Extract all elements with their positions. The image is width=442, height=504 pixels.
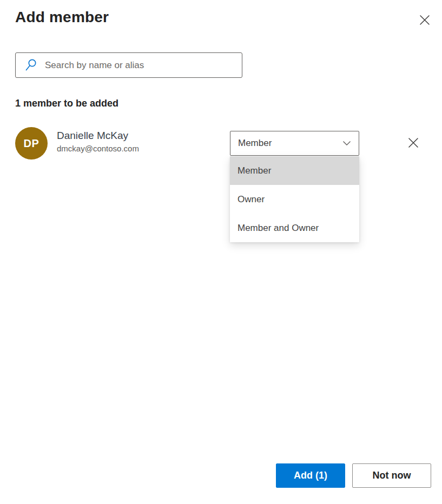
remove-icon [407, 137, 419, 149]
role-menu: Member Owner Member and Owner [230, 156, 359, 242]
remove-member-button[interactable] [405, 134, 422, 151]
role-option-member[interactable]: Member [230, 156, 359, 185]
add-button[interactable]: Add (1) [276, 463, 345, 488]
search-input[interactable] [44, 59, 238, 71]
not-now-button[interactable]: Not now [352, 463, 431, 488]
chevron-down-icon [342, 141, 351, 146]
role-option-member-and-owner[interactable]: Member and Owner [230, 214, 359, 242]
member-name: Danielle McKay [57, 130, 128, 142]
close-button[interactable] [415, 11, 434, 29]
close-icon [419, 14, 431, 26]
search-box[interactable] [15, 52, 242, 78]
avatar: DP [15, 127, 48, 160]
member-email: dmckay@contoso.com [57, 144, 139, 153]
role-selected-label: Member [238, 138, 272, 149]
role-dropdown[interactable]: Member [230, 131, 359, 156]
search-icon [24, 58, 38, 73]
role-option-owner[interactable]: Owner [230, 185, 359, 214]
add-member-dialog: Add member 1 member to be added DP Danie… [0, 0, 442, 504]
page-title: Add member [15, 9, 109, 26]
members-summary: 1 member to be added [15, 98, 118, 109]
